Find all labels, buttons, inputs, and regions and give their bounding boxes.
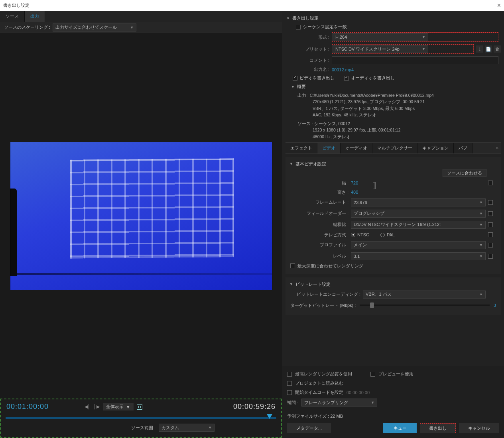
caret-down-icon: ▼ [479,243,483,247]
max-quality-checkbox[interactable] [287,372,292,377]
delete-preset-icon[interactable]: 🗑 [494,45,501,53]
export-audio-checkbox[interactable] [344,76,349,81]
fieldorder-label: フィールドオーダー : [289,210,348,216]
width-lock-checkbox[interactable] [488,181,493,185]
cancel-button[interactable]: キャンセル [459,423,499,433]
step-back-icon[interactable]: ◀│ [85,404,91,409]
zoom-fit-dropdown[interactable]: 全体表示▼ [103,403,134,411]
close-icon[interactable]: × [497,2,501,9]
comment-input[interactable] [332,56,498,64]
format-label: 形式 : [289,34,329,40]
save-preset-icon[interactable]: ⭳ [476,45,483,53]
timecode-in[interactable]: 00:01:00:00 [6,403,49,411]
match-sequence-checkbox[interactable] [296,25,301,29]
tab-output[interactable]: 出力 [25,11,45,22]
use-preview-checkbox[interactable] [370,372,375,377]
tab-audio[interactable]: オーディオ [341,143,372,153]
match-source-button[interactable]: ソースに合わせる [443,169,486,177]
max-depth-checkbox[interactable] [290,263,295,268]
caret-down-icon: ▼ [479,223,483,227]
framerate-dropdown[interactable]: 23.976▼ [351,198,486,206]
link-dimensions-icon[interactable]: ⟧ [372,181,376,190]
preview-silhouette [10,189,17,276]
tab-source[interactable]: ソース [0,11,25,22]
target-bitrate-value[interactable]: 3 [494,303,496,308]
timeline-track[interactable] [6,415,276,421]
target-bitrate-slider[interactable] [360,304,489,306]
step-fwd-icon[interactable]: │▶ [94,404,100,409]
metadata-button[interactable]: メタデータ... [287,423,331,433]
bitrate-encoding-dropdown[interactable]: VBR、1 パス▼ [363,291,486,299]
bitrate-header[interactable]: ▼ ビットレート設定 [289,280,498,289]
basic-video-header[interactable]: ▼ 基本ビデオ設定 [289,159,498,169]
source-range-dropdown[interactable]: カスタム▼ [159,424,215,432]
summary-output-audio: AAC, 192 Kbps, 48 kHz, ステレオ [313,112,376,118]
summary-output-label: 出力 : [297,93,309,98]
interpolation-dropdown[interactable]: フレームサンプリング▼ [301,399,377,407]
timecode-out[interactable]: 00:00:59:26 [233,403,276,411]
fps-lock-checkbox[interactable] [488,200,493,205]
height-value[interactable]: 480 [351,190,486,194]
pal-radio[interactable] [380,233,385,237]
profile-lock-checkbox[interactable] [488,243,493,247]
ntsc-label: NTSC [357,232,369,237]
window-title: 書き出し設定 [3,2,30,8]
preview-frame [10,142,272,290]
caret-down-icon: ▼ [479,254,483,258]
export-video-checkbox[interactable] [293,76,297,81]
tabs-overflow-icon[interactable]: » [494,145,501,150]
aspect-lock-checkbox[interactable] [488,222,493,227]
summary-output-video: 720x480 (1.2121), 23.976 fps, プログレッシブ, 0… [313,98,425,105]
crop-icon[interactable] [137,404,142,410]
format-dropdown[interactable]: H.264▼ [333,33,428,41]
preset-dropdown[interactable]: NTSC DV ワイドスクリーン 24p▼ [333,45,428,53]
import-preset-icon[interactable]: 📄 [485,45,492,53]
filesize-label: 予測ファイルサイズ : [287,414,329,418]
filesize-value: 22 MB [330,414,343,418]
queue-button[interactable]: キュー [383,423,417,433]
field-lock-checkbox[interactable] [488,211,493,216]
match-sequence-label: シーケンス設定を一致 [303,24,347,30]
tv-standard-label: テレビ方式 : [289,232,348,238]
tab-publish[interactable]: パブ [454,143,472,153]
aspect-dropdown[interactable]: D1/DV NTSC ワイドスクリーン 16:9 (1.212:▼ [351,221,486,229]
aspect-label: 縦横比 : [289,222,348,228]
caret-down-icon: ▼ [126,405,130,409]
profile-label: プロファイル : [289,242,348,248]
caret-down-icon: ▼ [422,35,425,39]
ntsc-radio[interactable] [351,233,355,237]
import-project-checkbox[interactable] [287,381,292,386]
output-name-label: 出力名 : [289,67,329,73]
preview-floor [10,273,272,275]
profile-dropdown[interactable]: メイン▼ [351,241,486,249]
start-timecode-checkbox[interactable] [287,390,292,395]
output-name-link[interactable]: 00012.mp4 [332,67,498,72]
preset-label: プリセット : [289,46,329,52]
summary-header[interactable]: ▼ 概要 [285,82,501,91]
start-timecode-value: 00:00:00:00 [346,390,370,395]
caret-down-icon: ▼ [479,293,483,297]
tab-multiplexer[interactable]: マルチプレクサー [372,143,417,153]
tab-effects[interactable]: エフェクト [285,143,317,153]
level-label: レベル : [289,253,348,259]
scaling-label: ソースのスケーリング : [4,24,50,30]
summary-output-bitrate: VBR、1 パス, ターゲット 3.00 Mbps, 最大 6.00 Mbps [313,105,415,112]
caret-down-icon: ▼ [479,200,483,204]
scaling-dropdown[interactable]: 出力サイズに合わせてスケール ▼ [53,24,136,31]
caret-down-icon: ▼ [208,426,212,430]
preview-area [0,33,282,399]
tab-video[interactable]: ビデオ [317,143,341,153]
pal-label: PAL [387,232,395,237]
level-dropdown[interactable]: 3.1▼ [351,252,486,260]
width-value[interactable]: 720 [351,181,486,185]
tv-lock-checkbox[interactable] [488,232,493,237]
tab-caption[interactable]: キャプション [417,143,454,153]
export-settings-header[interactable]: ▼ 書き出し設定 [285,14,501,23]
use-preview-label: プレビューを使用 [378,371,413,377]
interpolation-label: 補間 : [287,400,298,406]
max-quality-label: 最高レンダリング品質を使用 [295,371,352,377]
level-lock-checkbox[interactable] [488,254,493,259]
timeline-panel: 00:01:00:00 ◀│ │▶ 全体表示▼ 00:00:59:26 ソース範… [0,399,282,438]
export-button[interactable]: 書き出し [420,423,456,433]
fieldorder-dropdown[interactable]: プログレッシブ▼ [351,210,486,218]
